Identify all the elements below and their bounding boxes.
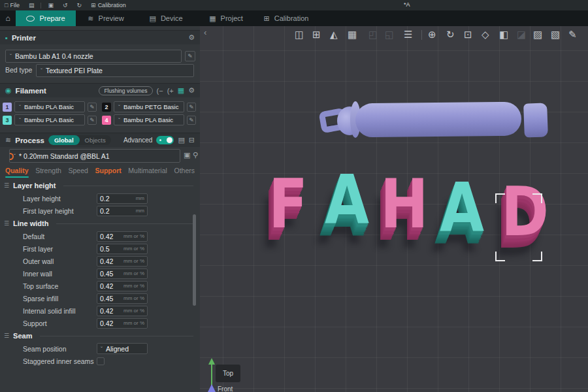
- cut-icon[interactable]: ◧: [499, 29, 508, 41]
- calibration-menu[interactable]: ⊞ Calibration: [86, 0, 131, 10]
- tab-device[interactable]: ▤ Device: [136, 10, 196, 26]
- edit-menu-button[interactable]: ▤: [24, 0, 39, 10]
- filament-3-name: Bambu PLA Basic: [24, 116, 74, 123]
- selection-corner-icon: [495, 252, 505, 261]
- line-width-inner-wall-input[interactable]: 0.45 mm or %: [97, 269, 148, 279]
- variable-layer-height-icon[interactable]: ☰: [404, 29, 412, 41]
- save-preset-icon[interactable]: ▣: [184, 151, 190, 159]
- process-list-icon[interactable]: ▤: [178, 136, 184, 144]
- filament-4-name: Bambu PLA Basic: [123, 116, 173, 123]
- sidebar-scrollbar[interactable]: [193, 214, 196, 306]
- view-label-top[interactable]: Top: [216, 365, 240, 382]
- group-title: Line width: [13, 220, 48, 227]
- printer-edit-button[interactable]: ✎: [185, 51, 195, 61]
- arrange-icon[interactable]: ▦: [348, 29, 357, 41]
- tab-quality[interactable]: Quality: [5, 165, 29, 178]
- view-label-front[interactable]: Front: [218, 385, 233, 392]
- filament-2-dropdown[interactable]: ˇ Bambu PETG Basic: [114, 101, 184, 112]
- tab-support[interactable]: Support: [95, 165, 122, 178]
- tab-strength[interactable]: Strength: [35, 165, 61, 178]
- flatten-icon[interactable]: ◇: [482, 29, 489, 41]
- split-parts-icon[interactable]: ◱: [385, 29, 394, 41]
- tab-project[interactable]: ▦ Project: [196, 10, 256, 26]
- seam-paint-icon[interactable]: ▧: [551, 29, 560, 41]
- filament-1-edit-button[interactable]: ✎: [88, 103, 97, 112]
- undo-button[interactable]: ↺: [58, 0, 73, 10]
- add-plate-icon[interactable]: ⊞: [312, 29, 321, 41]
- printer-settings-icon[interactable]: ⚙: [188, 33, 195, 42]
- letter-model-a2[interactable]: A: [440, 174, 484, 242]
- filament-3-dropdown[interactable]: ˇ Bambu PLA Basic: [14, 114, 85, 125]
- mesh-boolean-icon[interactable]: ◪: [517, 29, 526, 41]
- home-button[interactable]: ⌂: [0, 10, 16, 26]
- save-button[interactable]: ▣: [43, 0, 58, 10]
- setting-row: First layer 0.5 mm or %: [0, 242, 200, 255]
- split-objects-icon[interactable]: ◰: [368, 29, 378, 41]
- layer-height-input[interactable]: 0.2 mm: [97, 193, 148, 204]
- line-width-default-input[interactable]: 0.42 mm or %: [97, 231, 148, 242]
- setting-label: Seam position: [23, 345, 97, 353]
- letter-model-f[interactable]: F: [269, 171, 308, 238]
- process-preset-value: * 0.20mm Standard @BBL A1: [19, 152, 110, 160]
- text-tool-icon[interactable]: ✎: [568, 29, 577, 41]
- filament-settings-icon[interactable]: ⚙: [188, 86, 195, 95]
- process-compare-icon[interactable]: ⊟: [189, 136, 195, 144]
- printer-section-header: ▪ Printer ⚙: [0, 30, 200, 44]
- scope-global-button[interactable]: Global: [48, 135, 80, 145]
- letter-model-h[interactable]: H: [380, 171, 429, 238]
- filament-4-edit-button[interactable]: ✎: [187, 116, 196, 125]
- tab-others[interactable]: Others: [174, 165, 195, 178]
- file-menu[interactable]: □ File: [0, 0, 24, 10]
- move-icon[interactable]: ⊕: [428, 29, 436, 41]
- viewport-3d[interactable]: ‹ ◫ ⊞ ◭ ▦ ◰ ◱ ☰ ⊕ ↻ ⊡ ◇ ◧ ◪ ▨ ▧ ✎: [200, 26, 588, 392]
- first-layer-height-input[interactable]: 0.2 mm: [97, 206, 148, 216]
- filament-4-dropdown[interactable]: ˇ Bambu PLA Basic: [114, 114, 184, 125]
- auto-orient-icon[interactable]: ◭: [330, 29, 338, 41]
- staggered-inner-seams-checkbox[interactable]: [97, 357, 105, 365]
- process-preset-dropdown[interactable]: ˇ * 0.20mm Standard @BBL A1: [9, 149, 180, 163]
- process-tabs: Quality Strength Speed Support Multimate…: [0, 165, 200, 178]
- search-preset-icon[interactable]: ⚲: [193, 151, 198, 159]
- line-width-first-layer-input[interactable]: 0.5 mm or %: [97, 244, 148, 254]
- line-width-sparse-infill-input[interactable]: 0.45 mm or %: [97, 293, 148, 304]
- redo-button[interactable]: ↻: [73, 0, 87, 10]
- bed-type-dropdown[interactable]: ˇ Textured PEI Plate: [36, 64, 194, 77]
- tab-project-label: Project: [221, 14, 243, 22]
- tab-preview[interactable]: ≋ Preview: [76, 10, 136, 26]
- ams-icon[interactable]: ▦: [178, 86, 184, 95]
- setting-value: 0.45: [100, 295, 122, 302]
- filament-1-badge[interactable]: 1: [3, 103, 12, 112]
- tab-prepare[interactable]: Prepare: [16, 10, 76, 26]
- setting-row: Layer height 0.2 mm: [0, 192, 200, 204]
- flushing-volumes-button[interactable]: Flushing volumes: [99, 86, 152, 95]
- seam-position-dropdown[interactable]: ˇ Aligned: [97, 343, 148, 354]
- line-width-support-input[interactable]: 0.42 mm or %: [97, 318, 148, 329]
- filament-2-edit-button[interactable]: ✎: [187, 103, 196, 112]
- rotate-icon[interactable]: ↻: [446, 29, 455, 41]
- line-width-outer-wall-input[interactable]: 0.42 mm or %: [97, 256, 148, 267]
- advanced-toggle[interactable]: [156, 136, 174, 144]
- filament-3-edit-button[interactable]: ✎: [88, 116, 97, 125]
- printer-preset-dropdown[interactable]: ˇ Bambu Lab A1 0.4 nozzle: [5, 50, 182, 63]
- filament-2-badge[interactable]: 2: [102, 103, 111, 112]
- scale-icon[interactable]: ⊡: [464, 29, 472, 41]
- letter-model-a1[interactable]: A: [325, 167, 369, 235]
- remove-filament-button[interactable]: (−: [157, 87, 163, 95]
- add-filament-button[interactable]: (+: [167, 87, 174, 95]
- line-width-top-surface-input[interactable]: 0.42 mm or %: [97, 281, 148, 291]
- setting-row: Default 0.42 mm or %: [0, 230, 200, 242]
- add-object-icon[interactable]: ◫: [295, 29, 304, 41]
- modified-indicator-icon: [9, 153, 14, 160]
- filament-3-badge[interactable]: 3: [3, 116, 12, 125]
- line-width-internal-solid-input[interactable]: 0.42 mm or %: [97, 306, 148, 316]
- calibration-icon: ⊞: [91, 2, 96, 8]
- tab-calibration[interactable]: ⊞ Calibration: [256, 10, 316, 26]
- viewport-toolbar: ◫ ⊞ ◭ ▦ ◰ ◱ ☰ ⊕ ↻ ⊡ ◇ ◧ ◪ ▨ ▧ ✎: [200, 28, 588, 42]
- filament-4-badge[interactable]: 4: [102, 116, 111, 125]
- pen-cap-model[interactable]: [523, 103, 548, 137]
- support-paint-icon[interactable]: ▨: [533, 29, 542, 41]
- tab-speed[interactable]: Speed: [69, 165, 88, 178]
- filament-1-dropdown[interactable]: ˇ Bambu PLA Basic: [14, 101, 85, 112]
- scope-objects-button[interactable]: Objects: [80, 137, 111, 144]
- tab-multimaterial[interactable]: Multimaterial: [128, 165, 167, 178]
